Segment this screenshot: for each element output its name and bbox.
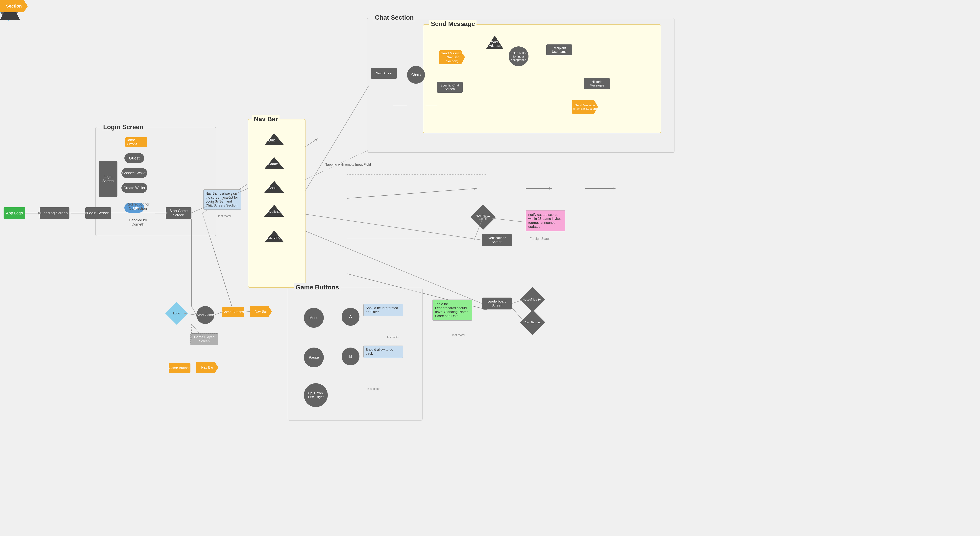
navbar-note-box: Nav Bar is always on the screen, except …	[203, 189, 241, 210]
up-down-leftright-node: Up, Down, Left, Right	[304, 383, 328, 407]
send-message-title: Send Message	[429, 20, 477, 28]
pause-node: Pause	[304, 348, 324, 367]
notifications-screen-node: Notifications Screen	[482, 234, 512, 246]
should-be-interpreted-box: Should be Interpreted as 'Enter'	[363, 304, 403, 316]
send-message-navbarsection-node1: Send Message (Nav Bar Section)	[439, 50, 465, 64]
redirection-label: Redirection for Connection	[124, 202, 152, 211]
chat-section-box: Chat Section Send Message Send Message (…	[367, 18, 675, 153]
recipient-username-node: Recipient Username	[546, 45, 572, 55]
login-screen-title: Login Screen	[102, 123, 145, 131]
start-game-screen-node: Start Game Screen	[165, 207, 191, 219]
connect-wallet-node: Connect Wallet	[121, 168, 147, 178]
navbar-note-label: last footer	[218, 214, 231, 218]
nav-bar-bottom-node: Nav Bar	[250, 306, 272, 317]
list-top10-diamond: List of Top 10	[520, 287, 545, 312]
b-node: B	[342, 348, 360, 366]
notify-cat-box: notify cat top scores within 25 game inv…	[526, 210, 565, 231]
svg-line-27	[305, 214, 482, 240]
should-allow-goback-box: Should allow to go back	[363, 345, 403, 358]
create-wallet-node: Create Wallet	[121, 183, 147, 193]
chat-section-title: Chat Section	[373, 13, 415, 22]
write-address-label: Write Address	[487, 40, 503, 48]
loading-screen-node: Loading Screen	[40, 207, 70, 219]
game-buttons-bottom2-node: Game Buttons	[169, 363, 191, 373]
guest-node: Guest	[124, 153, 144, 163]
notif-nav-label: Notificati...	[265, 210, 285, 214]
table-leaderboards-box: Table for Leaderboards should have: Stan…	[433, 299, 472, 321]
navbar-section-title: Nav Bar	[252, 115, 280, 123]
game-label: Game	[268, 162, 278, 166]
menu-node: Menu	[304, 308, 324, 328]
svg-line-7	[347, 188, 476, 198]
chats-node: Chats	[407, 66, 425, 84]
handled-by-corneth-label: Handled by Corneth	[124, 218, 152, 227]
game-buttons-bottom-node: Game Buttons	[222, 307, 244, 317]
send-message-navbarsection-node2: Send Message (Nav Bar Section)	[572, 100, 598, 114]
app-logo-node: App Logo	[3, 207, 25, 219]
a-node: A	[342, 308, 360, 326]
tapping-empty-label: Tapping with empty Input Field	[325, 163, 371, 167]
historic-messages-node: Historic Messages	[584, 78, 610, 89]
specific-chat-screen-node: Specific Chat Screen	[437, 82, 463, 93]
quit-label: Quit	[268, 138, 275, 142]
svg-line-32	[214, 312, 222, 315]
game-buttons-section-box: Game Buttons Menu A Should be Interprete…	[288, 288, 423, 421]
svg-line-30	[191, 306, 196, 315]
game-buttons-section-title: Game Buttons	[294, 283, 340, 291]
legend-section-shape: Section	[0, 0, 28, 12]
flowchart-canvas: Informat ion Buttons Input Screen Nav Ba…	[0, 0, 980, 536]
game-buttons-inner: Game Buttons	[126, 137, 147, 147]
leaderboard-screen-node: Leaderboard Screen	[482, 297, 512, 309]
game-buttons-footer2: last footer	[368, 387, 380, 390]
start-game-circle-bottom: Start Game	[196, 306, 214, 324]
new-top10-diamond: New Top 10 Scores	[470, 205, 496, 230]
game-buttons-footer1: last footer	[387, 336, 399, 339]
enter-button-node: 'Enter' button for input acceptance	[509, 46, 528, 66]
game-played-screen-node: Game Played Screen	[191, 333, 218, 345]
chat-screen-node: Chat Screen	[371, 68, 397, 79]
send-message-section: Send Message Send Message (Nav Bar Secti…	[423, 24, 661, 133]
login-screen-main-node: Login Screen	[85, 207, 111, 219]
standings-nav-label: Standings	[266, 235, 282, 240]
svg-line-26	[305, 85, 369, 191]
svg-line-33	[244, 312, 250, 312]
leaderboard-footer-label: last footer	[452, 333, 465, 337]
chat-nav-label: Chat	[268, 186, 276, 190]
login-screen-inner-rect: Login Screen	[99, 161, 118, 197]
your-standing-diamond: Your Standing	[520, 310, 545, 335]
svg-line-39	[512, 307, 524, 321]
login-screen-section: Login Screen Game Buttons Guest Connect …	[95, 127, 216, 236]
foreign-status-label: Foreign Status	[530, 237, 550, 241]
logo-diamond-bottom: Logo	[165, 302, 188, 324]
navbar-section-box: Nav Bar Quit Game Chat Notificati... Sta…	[248, 119, 305, 288]
nav-bar-bottom2-node: Nav Bar	[196, 362, 218, 373]
